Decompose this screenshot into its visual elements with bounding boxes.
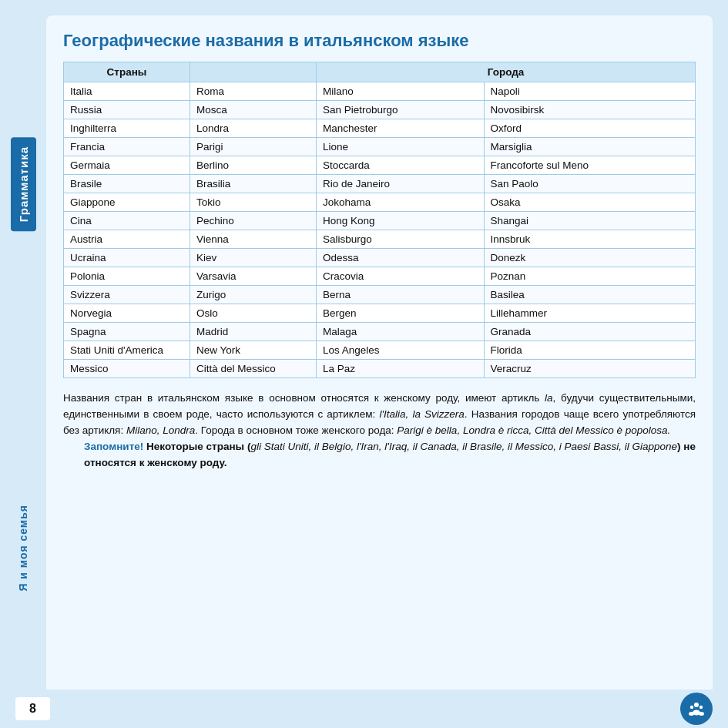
svg-point-4 (689, 712, 694, 716)
cell-capital: Roma (190, 82, 317, 101)
cell-city1: Cracovia (317, 267, 485, 286)
description-block: Названия стран в итальянском языке в осн… (63, 391, 696, 471)
cell-capital: New York (190, 341, 317, 360)
cell-country: Messico (64, 360, 190, 378)
cell-city1: Berna (317, 286, 485, 304)
table-row: InghilterraLondraManchesterOxford (64, 119, 696, 138)
cell-capital: Brasilia (190, 175, 317, 193)
cell-city2: Francoforte sul Meno (484, 156, 695, 175)
page-title: Географические названия в итальянском яз… (63, 31, 696, 51)
cell-city2: Poznan (484, 267, 695, 286)
cell-city1: Rio de Janeiro (317, 175, 485, 193)
cell-capital: Città del Messico (190, 360, 317, 378)
cell-country: Germaia (64, 156, 190, 175)
table-row: RussiaMoscaSan PietroburgoNovosibirsk (64, 101, 696, 119)
table-row: AustriaViennaSalisburgoInnsbruk (64, 230, 696, 249)
cell-country: Brasile (64, 175, 190, 193)
cell-city2: Napoli (484, 82, 695, 101)
cell-country: Norvegia (64, 304, 190, 323)
table-row: SpagnaMadridMalagaGranada (64, 323, 696, 341)
table-row: PoloniaVarsaviaCracoviaPoznan (64, 267, 696, 286)
cell-capital: Madrid (190, 323, 317, 341)
table-row: GiapponeTokioJokohamaOsaka (64, 193, 696, 212)
cell-capital: Tokio (190, 193, 317, 212)
cell-city1: San Pietroburgo (317, 101, 485, 119)
cell-country: Cina (64, 212, 190, 230)
table-row: SvizzeraZurigoBernaBasilea (64, 286, 696, 304)
svg-point-1 (690, 706, 693, 709)
cell-city1: Lione (317, 138, 485, 156)
cell-city1: Manchester (317, 119, 485, 138)
cell-capital: Londra (190, 119, 317, 138)
cell-capital: Oslo (190, 304, 317, 323)
left-sidebar: Грамматика Я и моя семья (0, 0, 46, 728)
cell-capital: Mosca (190, 101, 317, 119)
cell-city2: Osaka (484, 193, 695, 212)
cell-city1: Hong Kong (317, 212, 485, 230)
desc-italic3: Milano, Londra (126, 424, 195, 436)
cell-city1: Jokohama (317, 193, 485, 212)
cell-capital: Pechino (190, 212, 317, 230)
cell-city1: Stoccarda (317, 156, 485, 175)
table-row: GermaiaBerlinoStoccardaFrancoforte sul M… (64, 156, 696, 175)
svg-point-2 (699, 706, 703, 709)
table-row: Stati Uniti d'AmericaNew YorkLos Angeles… (64, 341, 696, 360)
cell-country: Stati Uniti d'America (64, 341, 190, 360)
sidebar-grammatika-label: Грамматика (11, 137, 36, 231)
cell-city2: Oxford (484, 119, 695, 138)
cell-city1: Bergen (317, 304, 485, 323)
main-content: Географические названия в итальянском яз… (46, 15, 713, 713)
cell-capital: Vienna (190, 230, 317, 249)
cell-city1: Milano (317, 82, 485, 101)
table-row: UcrainaKievOdessaDonezk (64, 249, 696, 267)
cell-city1: Odessa (317, 249, 485, 267)
cell-country: Russia (64, 101, 190, 119)
cell-country: Svizzera (64, 286, 190, 304)
table-row: CinaPechinoHong KongShangai (64, 212, 696, 230)
cell-capital: Kiev (190, 249, 317, 267)
header-countries: Страны (64, 62, 190, 82)
cell-country: Spagna (64, 323, 190, 341)
table-row: BrasileBrasiliaRio de JaneiroSan Paolo (64, 175, 696, 193)
cell-city2: Lillehammer (484, 304, 695, 323)
cell-city1: Los Angeles (317, 341, 485, 360)
cell-city1: La Paz (317, 360, 485, 378)
cell-city2: Innsbruk (484, 230, 695, 249)
cell-country: Francia (64, 138, 190, 156)
cell-city2: Veracruz (484, 360, 695, 378)
desc-text4: . Города в основном тоже женского рода: (195, 424, 397, 436)
cell-city2: Donezk (484, 249, 695, 267)
cell-country: Inghilterra (64, 119, 190, 138)
desc-italic2: l'Italia, la Svizzera (379, 408, 464, 420)
svg-point-0 (694, 703, 699, 707)
cell-capital: Berlino (190, 156, 317, 175)
cell-capital: Varsavia (190, 267, 317, 286)
table-row: NorvegiaOsloBergenLillehammer (64, 304, 696, 323)
svg-point-5 (699, 712, 704, 716)
cell-country: Austria (64, 230, 190, 249)
cell-city2: Florida (484, 341, 695, 360)
sidebar-family-label: Я и моя семья (17, 505, 29, 592)
cell-capital: Zurigo (190, 286, 317, 304)
cell-country: Italia (64, 82, 190, 101)
cell-country: Polonia (64, 267, 190, 286)
desc-italic5: gli Stati Uniti, il Belgio, l'Iran, l'Ir… (250, 441, 677, 452)
cell-city1: Malaga (317, 323, 485, 341)
table-row: FranciaParigiLioneMarsiglia (64, 138, 696, 156)
table-row: ItaliaRomaMilanoNapoli (64, 82, 696, 101)
cell-city2: Granada (484, 323, 695, 341)
desc-italic1: la (545, 392, 553, 404)
cell-city2: Novosibirsk (484, 101, 695, 119)
cell-city1: Salisburgo (317, 230, 485, 249)
cell-capital: Parigi (190, 138, 317, 156)
desc-bold-label: Запомните! (84, 441, 143, 452)
family-icon (680, 693, 713, 725)
header-cities: Города (317, 62, 696, 82)
table-row: MessicoCittà del MessicoLa PazVeracruz (64, 360, 696, 378)
desc-text1: Названия стран в итальянском языке в осн… (63, 392, 545, 404)
cell-city2: San Paolo (484, 175, 695, 193)
geography-table: Страны Города ItaliaRomaMilanoNapoliRuss… (63, 62, 696, 378)
cell-country: Giappone (64, 193, 190, 212)
cell-city2: Marsiglia (484, 138, 695, 156)
cell-country: Ucraina (64, 249, 190, 267)
